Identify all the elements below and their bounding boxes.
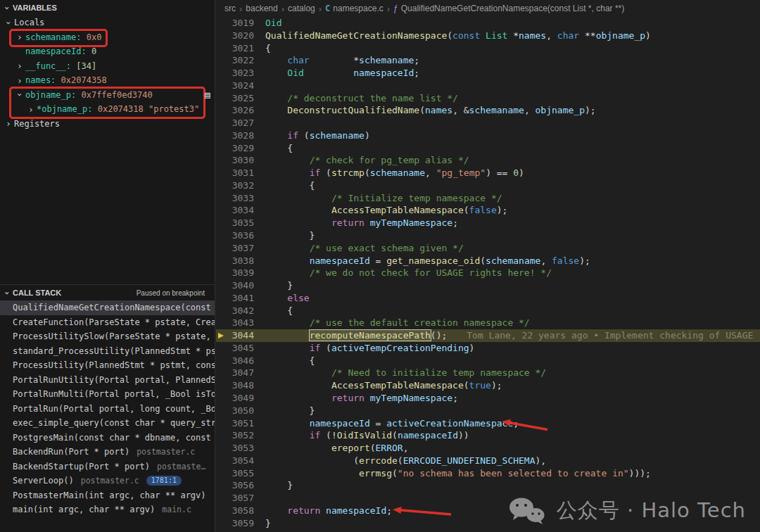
chevron-down-icon[interactable]: ›	[4, 17, 14, 28]
chevron-down-icon[interactable]: ›	[15, 89, 25, 101]
stack-frame[interactable]: PortalRun(Portal portal, long count, _Bo…	[0, 402, 215, 417]
breakpoint-gutter[interactable]	[216, 292, 227, 305]
code-line[interactable]: 3044 recomputeNamespacePath();Tom Lane, …	[216, 329, 760, 342]
code-line[interactable]: 3019Oid	[216, 17, 760, 30]
code-line[interactable]: 3026 DeconstructQualifiedName(names, &sc…	[216, 104, 760, 117]
code-line[interactable]: 3038 namespaceId = get_namespace_oid(sch…	[216, 255, 760, 267]
stack-frame[interactable]: main(int argc, char ** argv)main.c	[0, 502, 215, 517]
scope-row[interactable]: ›Registers	[0, 117, 215, 132]
variable-row[interactable]: ›*objname_p: 0x2074318 "protest3"	[0, 102, 215, 117]
code-line[interactable]: 3028 if (schemaname)	[216, 129, 760, 142]
code-line[interactable]: 3035 return myTempNamespace;	[216, 217, 760, 229]
breadcrumb-symbol[interactable]: ƒQualifiedNameGetCreationNamespace(const…	[393, 4, 624, 13]
breakpoint-gutter[interactable]	[216, 80, 227, 92]
stack-frame[interactable]: CreateFunction(ParseState * pstate, Crea…	[0, 315, 215, 330]
breadcrumb-item[interactable]: backend	[246, 4, 277, 13]
code-line[interactable]: 3048 AccessTempTableNamespace(true);	[216, 379, 760, 392]
variable-row[interactable]: ›objname_p: 0x7ffef0ed3740	[0, 88, 215, 103]
breakpoint-gutter[interactable]	[216, 242, 227, 255]
code-line[interactable]: 3054 (errcode(ERRCODE_UNDEFINED_SCHEMA),	[216, 455, 760, 467]
code-line[interactable]: 3050 }	[216, 405, 760, 417]
code-line[interactable]: 3020QualifiedNameGetCreationNamespace(co…	[216, 30, 760, 42]
code-line[interactable]: 3025 /* deconstruct the name list */	[216, 92, 760, 105]
code-line[interactable]: 3045 if (activeTempCreationPending)	[216, 342, 760, 355]
breakpoint-gutter[interactable]	[216, 54, 227, 67]
code-line[interactable]: 3041 else	[216, 292, 760, 305]
breakpoint-gutter[interactable]	[216, 417, 227, 430]
breakpoint-gutter[interactable]	[216, 329, 227, 342]
variable-row[interactable]: ›schemaname: 0x0	[0, 30, 215, 45]
breakpoint-gutter[interactable]	[216, 129, 227, 142]
stack-frame[interactable]: PostmasterMain(int argc, char ** argv)	[0, 488, 215, 503]
breakpoint-gutter[interactable]	[216, 255, 227, 267]
variable-row[interactable]: ›__func__: [34]	[0, 59, 215, 74]
breakpoint-gutter[interactable]	[216, 355, 227, 367]
code-line[interactable]: 3043 /* use the default creation namespa…	[216, 317, 760, 329]
scope-row[interactable]: ›Locals	[0, 15, 215, 30]
variable-row[interactable]: namespaceId: 0	[0, 44, 215, 59]
stack-frame[interactable]: PostgresMain(const char * dbname, const …	[0, 431, 215, 445]
code-line[interactable]: 3033 /* Initialize temp namespace */	[216, 192, 760, 205]
breakpoint-gutter[interactable]	[216, 517, 227, 530]
variable-row[interactable]: ›names: 0x2074358	[0, 73, 215, 88]
breakpoint-gutter[interactable]	[216, 204, 227, 217]
code-line[interactable]: 3039 /* we do not check for USAGE rights…	[216, 267, 760, 279]
code-line[interactable]: 3022 char *schemaname;	[216, 54, 760, 67]
code-area[interactable]: 3019Oid3020QualifiedNameGetCreationNames…	[216, 17, 760, 532]
breakpoint-gutter[interactable]	[216, 467, 227, 480]
code-line[interactable]: 3053 ereport(ERROR,	[216, 442, 760, 455]
code-line[interactable]: 3021{	[216, 42, 760, 55]
code-line[interactable]: 3027	[216, 117, 760, 129]
code-line[interactable]: 3049 return myTempNamespace;	[216, 392, 760, 405]
breakpoint-gutter[interactable]	[216, 192, 227, 205]
code-line[interactable]: 3031 if (strcmp(schemaname, "pg_temp") =…	[216, 167, 760, 179]
breakpoint-gutter[interactable]	[216, 392, 227, 405]
view-binary-data-icon[interactable]: ▤	[205, 89, 210, 100]
breakpoint-gutter[interactable]	[216, 167, 227, 179]
stack-frame[interactable]: PortalRunMulti(Portal portal, _Bool isTo…	[0, 387, 215, 402]
breakpoint-gutter[interactable]	[216, 279, 227, 292]
breakpoint-gutter[interactable]	[216, 142, 227, 155]
stack-frame[interactable]: ProcessUtility(PlannedStmt * pstmt, cons…	[0, 358, 215, 373]
code-line[interactable]: 3032 {	[216, 179, 760, 192]
code-line[interactable]: 3056 }	[216, 479, 760, 492]
stack-frame[interactable]: BackendStartup(Port * port)postmaste…	[0, 460, 215, 474]
stack-frame[interactable]: standard_ProcessUtility(PlannedStmt * ps…	[0, 344, 215, 359]
breakpoint-gutter[interactable]	[216, 367, 227, 379]
breakpoint-gutter[interactable]	[216, 117, 227, 129]
breakpoint-gutter[interactable]	[216, 379, 227, 392]
code-line[interactable]: 3036 }	[216, 229, 760, 242]
breakpoint-gutter[interactable]	[216, 267, 227, 279]
breadcrumb-file[interactable]: Cnamespace.c	[325, 4, 384, 13]
code-line[interactable]: 3029 {	[216, 142, 760, 155]
breakpoint-gutter[interactable]	[216, 154, 227, 167]
breakpoint-gutter[interactable]	[216, 17, 227, 30]
breakpoint-gutter[interactable]	[216, 405, 227, 417]
code-line[interactable]: 3034 AccessTempTableNamespace(false);	[216, 204, 760, 217]
breakpoint-gutter[interactable]	[216, 217, 227, 229]
breakpoint-gutter[interactable]	[216, 505, 227, 517]
breadcrumb-item[interactable]: src	[224, 4, 236, 13]
code-line[interactable]: 3047 /* Need to initialize temp namespac…	[216, 367, 760, 379]
breakpoint-gutter[interactable]	[216, 229, 227, 242]
code-line[interactable]: 3055 errmsg("no schema has been selected…	[216, 467, 760, 480]
breakpoint-gutter[interactable]	[216, 92, 227, 105]
code-line[interactable]: 3042 {	[216, 305, 760, 317]
variables-panel-header[interactable]: › VARIABLES	[0, 0, 215, 15]
code-line[interactable]: 3051 namespaceId = activeCreationNamespa…	[216, 417, 760, 430]
chevron-right-icon[interactable]: ›	[25, 104, 37, 115]
stack-frame[interactable]: BackendRun(Port * port)postmaster.c	[0, 445, 215, 460]
chevron-right-icon[interactable]: ›	[14, 75, 25, 86]
code-line[interactable]: 3037 /* use exact schema given */	[216, 242, 760, 255]
chevron-right-icon[interactable]: ›	[3, 118, 14, 129]
breakpoint-gutter[interactable]	[216, 30, 227, 42]
stack-frame[interactable]: ProcessUtilitySlow(ParseState * pstate, …	[0, 329, 215, 344]
stack-frame[interactable]: exec_simple_query(const char * query_str…	[0, 416, 215, 431]
breadcrumb-item[interactable]: catalog	[288, 4, 315, 13]
code-line[interactable]: 3052 if (!OidIsValid(namespaceId))	[216, 429, 760, 442]
code-line[interactable]: 3024	[216, 80, 760, 92]
code-line[interactable]: 3030 /* check for pg_temp alias */	[216, 154, 760, 167]
breakpoint-gutter[interactable]	[216, 492, 227, 505]
code-line[interactable]: 3040 }	[216, 279, 760, 292]
callstack-panel-header[interactable]: › CALL STACK Paused on breakpoint	[0, 285, 215, 300]
